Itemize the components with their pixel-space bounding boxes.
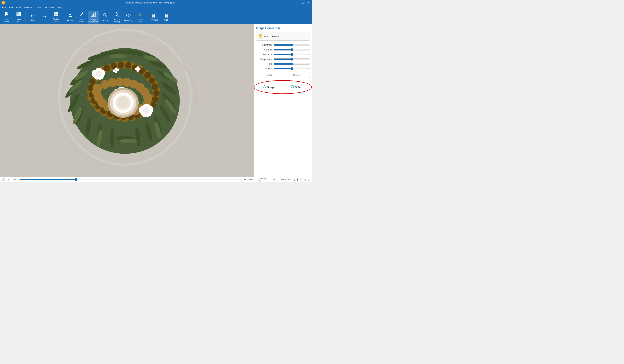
add-file-button[interactable]: + Add File(s)... xyxy=(1,11,12,23)
denoise-icon xyxy=(103,13,108,19)
save-as-label: Save as... xyxy=(17,19,21,23)
info-icon[interactable]: ℹ xyxy=(294,178,295,181)
tint-slider[interactable] xyxy=(274,63,310,65)
next-button[interactable]: Next xyxy=(160,11,171,23)
undo-brush-icon xyxy=(79,12,84,18)
svg-rect-6 xyxy=(17,14,20,16)
brightness-slider[interactable] xyxy=(274,44,310,46)
svg-marker-28 xyxy=(153,14,155,18)
menu-edit[interactable]: Edit xyxy=(7,6,14,9)
next-label: Next xyxy=(164,19,168,21)
svg-point-95 xyxy=(118,62,124,68)
image-correction-icon xyxy=(91,12,96,18)
original-image-button[interactable]: Original Image xyxy=(51,11,61,23)
sharpen-label: Sharpen xyxy=(267,86,276,89)
auto-correction-button[interactable]: Auto correction xyxy=(256,32,310,41)
menu-tools[interactable]: Tools xyxy=(35,6,43,9)
svg-point-59 xyxy=(109,54,126,58)
soften-label: Soften xyxy=(295,86,302,89)
zoom-out-button[interactable]: — xyxy=(14,178,16,181)
gamma-label: Gamma xyxy=(256,68,272,70)
denoise-label: Denoise xyxy=(102,20,108,22)
brightness-row: Brightness xyxy=(256,44,310,46)
next-nav-icon[interactable]: ▷ xyxy=(308,178,310,181)
svg-point-164 xyxy=(115,70,117,73)
canvas-area[interactable] xyxy=(0,24,254,177)
favorite-icon[interactable]: ♡ xyxy=(300,178,303,181)
temperature-row: Temperature xyxy=(256,58,310,61)
titlebar: 🌟 SoftOrbits Photo Retoucher Pro - IMG_4… xyxy=(0,0,312,5)
undo-button[interactable]: ↩ Undo xyxy=(27,11,38,23)
cancel-button[interactable]: Cancel xyxy=(284,72,310,78)
svg-line-19 xyxy=(118,15,119,16)
contrast-slider[interactable] xyxy=(274,48,310,51)
svg-point-168 xyxy=(136,69,139,72)
toolbar-separator-1 xyxy=(26,12,26,23)
sharpen-button[interactable]: Sharpen xyxy=(257,83,282,91)
svg-point-100 xyxy=(149,77,155,84)
saturation-slider[interactable] xyxy=(274,53,310,56)
right-panel: Image Correction Auto correction Brightn… xyxy=(254,24,312,177)
previous-button[interactable]: Previous xyxy=(149,11,160,23)
svg-point-27 xyxy=(139,14,141,16)
statusbar: ⬜ ⬚ — + 26% Time (s): 0.1 JPG 3580x2408 … xyxy=(0,177,312,182)
original-image-label: Original Image xyxy=(53,18,59,22)
sharpen-icon xyxy=(263,85,266,89)
original-image-icon xyxy=(53,12,59,18)
denoise-button[interactable]: Denoise xyxy=(100,11,111,23)
remove-label: Remove xyxy=(67,20,73,22)
svg-marker-30 xyxy=(165,14,167,18)
menu-selection[interactable]: Selection xyxy=(23,6,34,9)
apply-button[interactable]: Apply xyxy=(256,72,282,78)
sliders-container: Brightness Contrast Saturation Temperatu… xyxy=(256,44,310,72)
auto-correction-label: Auto correction xyxy=(264,35,280,38)
svg-rect-5 xyxy=(18,12,18,13)
svg-marker-170 xyxy=(263,86,266,88)
retouching-icon xyxy=(126,13,131,19)
colorize-photo-label: Colorize photo xyxy=(137,19,144,23)
close-button[interactable]: ✕ xyxy=(306,1,311,4)
reduce-blurring-button[interactable]: Reduce blurring xyxy=(111,11,122,23)
retouching-button[interactable]: Retouching xyxy=(123,11,134,23)
zoom-value: 26% xyxy=(249,179,253,181)
gamma-slider-container xyxy=(274,67,310,70)
share-icon[interactable]: ⬆ xyxy=(296,178,298,181)
action-buttons: Apply Cancel xyxy=(256,72,310,78)
menu-view[interactable]: View xyxy=(15,6,22,9)
menu-file[interactable]: File xyxy=(1,6,7,9)
statusbar-icon-2: ⬚ xyxy=(8,178,11,181)
redo-button[interactable]: ↪ xyxy=(39,11,50,23)
menu-help[interactable]: Help xyxy=(56,6,64,9)
save-as-button[interactable]: Save as... xyxy=(13,11,24,23)
zoom-slider[interactable] xyxy=(19,178,241,181)
svg-point-160 xyxy=(117,96,130,109)
svg-point-96 xyxy=(125,62,131,68)
colorize-photo-button[interactable]: Colorize photo xyxy=(135,11,146,23)
auto-correction-icon xyxy=(258,34,263,39)
statusbar-icon-1: ⬜ xyxy=(2,178,5,181)
remove-icon xyxy=(68,13,73,19)
minimize-button[interactable]: — xyxy=(296,1,300,4)
svg-point-93 xyxy=(104,65,110,71)
remove-button[interactable]: Remove xyxy=(65,11,76,23)
zoom-in-button[interactable]: + xyxy=(244,178,246,181)
prev-nav-icon[interactable]: ◁ xyxy=(304,178,306,181)
previous-label: Previous xyxy=(151,19,158,21)
main-area: Image Correction Auto correction Brightn… xyxy=(0,24,312,177)
maximize-button[interactable]: □ xyxy=(301,1,305,4)
add-file-icon: + xyxy=(4,12,9,18)
colorize-photo-icon xyxy=(138,12,143,18)
menu-softorbits[interactable]: SoftOrbits xyxy=(43,6,56,9)
temperature-slider[interactable] xyxy=(274,58,310,61)
save-as-icon xyxy=(16,12,21,18)
gamma-slider[interactable] xyxy=(274,67,310,70)
image-correction-button[interactable]: Image Correction xyxy=(88,11,99,23)
undo-brush-button[interactable]: Undo Brush xyxy=(76,11,87,23)
toolbar-separator-3 xyxy=(147,12,147,23)
tint-row: Tint xyxy=(256,63,310,65)
svg-point-24 xyxy=(128,15,129,16)
svg-point-41 xyxy=(110,127,114,147)
contrast-label: Contrast xyxy=(256,48,272,51)
svg-text:+: + xyxy=(7,15,8,17)
soften-button[interactable]: Soften xyxy=(284,83,309,91)
